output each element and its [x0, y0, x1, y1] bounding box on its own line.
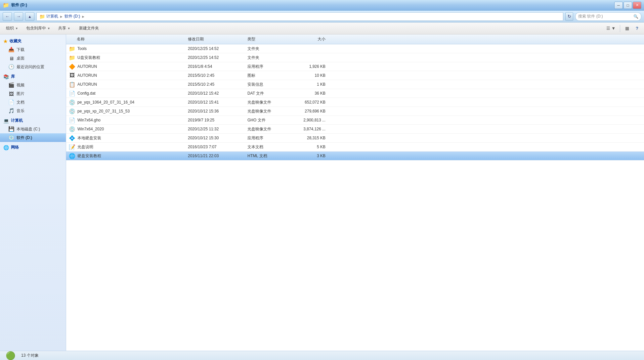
- sidebar-item-drive-d-label: 软件 (D:): [17, 135, 32, 141]
- file-name-cell: 🌐 硬盘安装教程: [66, 153, 185, 159]
- sidebar-item-downloads-label: 下载: [17, 47, 24, 53]
- file-row[interactable]: 💿 pe_yqs_xp_20_07_31_15_53 2020/10/12 15…: [66, 107, 644, 116]
- file-icon: 📝: [69, 144, 75, 150]
- computer-icon: 💻: [3, 118, 9, 123]
- file-name: U盘安装教程: [77, 55, 100, 61]
- downloads-folder-icon: 📥: [8, 46, 15, 53]
- sidebar-item-drive-c-label: 本地磁盘 (C:): [17, 126, 40, 132]
- sidebar-library-header[interactable]: 📚 库: [0, 72, 66, 81]
- forward-button[interactable]: →: [14, 12, 23, 21]
- sidebar-item-documents[interactable]: 📄 文档: [0, 98, 66, 107]
- file-row[interactable]: 💿 Win7x64_2020 2020/12/25 11:32 光盘映像文件 3…: [66, 125, 644, 134]
- file-row[interactable]: 📝 光盘说明 2016/10/23 7:07 文本文档 5 KB: [66, 143, 644, 152]
- file-name: AUTORUN: [77, 73, 97, 78]
- sidebar-item-pictures[interactable]: 🖼 图片: [0, 89, 66, 98]
- file-type: 应用程序: [245, 64, 291, 69]
- file-type: 文件夹: [245, 55, 291, 61]
- sidebar-item-recent[interactable]: 🕒 最近访问的位置: [0, 63, 66, 71]
- sidebar-computer-section: 💻 计算机 💾 本地磁盘 (C:) 💿 软件 (D:): [0, 116, 66, 142]
- refresh-button[interactable]: ↻: [565, 12, 573, 21]
- sidebar-item-recent-label: 最近访问的位置: [17, 64, 44, 70]
- file-icon: 📄: [69, 117, 75, 123]
- file-name-cell: 📁 Tools: [66, 45, 185, 52]
- file-size: 1,926 KB: [291, 64, 331, 69]
- file-type: 光盘映像文件: [245, 126, 291, 132]
- folder-icon-small: 📁: [39, 14, 45, 19]
- file-row[interactable]: 💿 pe_yqs_1064_20_07_31_16_04 2020/10/12 …: [66, 98, 644, 107]
- new-folder-button[interactable]: 新建文件夹: [75, 24, 103, 33]
- preview-pane-button[interactable]: ▦: [623, 24, 631, 33]
- search-box[interactable]: 搜索 软件 (D:) 🔍: [575, 12, 641, 21]
- file-name: 本地硬盘安装: [77, 135, 101, 141]
- sidebar-item-downloads[interactable]: 📥 下载: [0, 45, 66, 54]
- file-size: 652,072 KB: [291, 100, 331, 105]
- title-bar: 📁 软件 (D:) ─ □ ✕: [0, 0, 644, 11]
- file-name-cell: 📋 AUTORUN: [66, 81, 185, 88]
- back-button[interactable]: ←: [3, 12, 12, 21]
- file-name-cell: 🔶 AUTORUN: [66, 63, 185, 70]
- minimize-button[interactable]: ─: [614, 2, 623, 9]
- file-name: Win7x64.gho: [77, 118, 101, 122]
- sidebar-item-video-label: 视频: [17, 82, 24, 88]
- file-type: 文本文档: [245, 144, 291, 150]
- column-headers: 名称 修改日期 类型 大小: [66, 34, 644, 44]
- file-type: HTML 文档: [245, 153, 291, 159]
- address-path[interactable]: 📁 计算机 ► 软件 (D:) ►: [36, 12, 563, 21]
- file-icon: 📋: [69, 81, 75, 88]
- file-row[interactable]: 📁 Tools 2020/12/25 14:52 文件夹: [66, 44, 644, 53]
- file-type: 光盘映像文件: [245, 109, 291, 114]
- sidebar: ★ 收藏夹 📥 下载 🖥 桌面 🕒 最近访问的位置 📚 库: [0, 34, 66, 351]
- file-name: Config.dat: [77, 91, 96, 96]
- drive-c-icon: 💾: [8, 126, 15, 132]
- file-date: 2020/10/12 15:42: [185, 91, 245, 96]
- maximize-button[interactable]: □: [623, 2, 632, 9]
- file-row[interactable]: 🔶 AUTORUN 2016/1/8 4:54 应用程序 1,926 KB: [66, 62, 644, 71]
- up-button[interactable]: ▲: [25, 12, 34, 21]
- sidebar-item-desktop[interactable]: 🖥 桌面: [0, 54, 66, 63]
- file-row[interactable]: 📄 Win7x64.gho 2019/9/7 19:25 GHO 文件 2,90…: [66, 116, 644, 125]
- library-icon: 📚: [3, 74, 9, 79]
- sidebar-item-drive-c[interactable]: 💾 本地磁盘 (C:): [0, 125, 66, 133]
- new-folder-label: 新建文件夹: [79, 26, 99, 30]
- file-name-cell: 💠 本地硬盘安装: [66, 135, 185, 141]
- pictures-icon: 🖼: [8, 90, 15, 97]
- sidebar-favorites-label: 收藏夹: [10, 38, 21, 44]
- view-options-button[interactable]: ☰ ▼: [605, 24, 617, 33]
- include-library-button[interactable]: 包含到库中 ▼: [23, 24, 54, 33]
- file-row[interactable]: 📁 U盘安装教程 2020/12/25 14:52 文件夹: [66, 53, 644, 62]
- sidebar-network-header[interactable]: 🌐 网络: [0, 143, 66, 152]
- col-header-modified[interactable]: 修改日期: [185, 36, 245, 43]
- toolbar-separator: [620, 25, 620, 32]
- file-row[interactable]: 📄 Config.dat 2020/10/12 15:42 DAT 文件 36 …: [66, 89, 644, 98]
- file-name: Win7x64_2020: [77, 127, 104, 131]
- file-type: 安装信息: [245, 82, 291, 87]
- sidebar-item-drive-d[interactable]: 💿 软件 (D:): [0, 133, 66, 142]
- sidebar-item-music[interactable]: 🎵 音乐: [0, 107, 66, 115]
- file-row[interactable]: 💠 本地硬盘安装 2020/10/12 15:30 应用程序 28,315 KB: [66, 134, 644, 143]
- path-drive[interactable]: 软件 (D:): [64, 14, 80, 19]
- window-title: 软件 (D:): [11, 2, 27, 8]
- search-icon[interactable]: 🔍: [633, 14, 638, 19]
- sidebar-item-video[interactable]: 🎬 视频: [0, 81, 66, 89]
- file-row[interactable]: 🖼 AUTORUN 2015/5/10 2:45 图标 10 KB: [66, 71, 644, 80]
- help-button[interactable]: ?: [633, 24, 641, 33]
- file-size: 2,900,813 ...: [291, 118, 331, 122]
- col-header-type[interactable]: 类型: [245, 36, 291, 43]
- share-button[interactable]: 共享 ▼: [55, 24, 74, 33]
- col-header-name[interactable]: 名称: [66, 36, 185, 43]
- file-size: 28,315 KB: [291, 136, 331, 140]
- sidebar-computer-header[interactable]: 💻 计算机: [0, 116, 66, 125]
- toolbar-right: ☰ ▼ ▦ ?: [605, 24, 641, 33]
- file-row[interactable]: 🌐 硬盘安装教程 2016/11/21 22:03 HTML 文档 3 KB: [66, 152, 644, 160]
- file-row[interactable]: 📋 AUTORUN 2015/5/10 2:45 安装信息 1 KB: [66, 80, 644, 89]
- close-button[interactable]: ✕: [633, 2, 641, 9]
- file-icon: 💿: [69, 108, 75, 114]
- status-app-icon: 🟢: [5, 350, 16, 360]
- favorites-star-icon: ★: [3, 39, 8, 44]
- organize-button[interactable]: 组织 ▼: [3, 24, 21, 33]
- path-computer[interactable]: 计算机: [46, 14, 58, 19]
- col-header-size[interactable]: 大小: [291, 36, 331, 43]
- sidebar-item-desktop-label: 桌面: [17, 56, 24, 61]
- sidebar-favorites-header[interactable]: ★ 收藏夹: [0, 37, 66, 45]
- file-date: 2019/9/7 19:25: [185, 118, 245, 122]
